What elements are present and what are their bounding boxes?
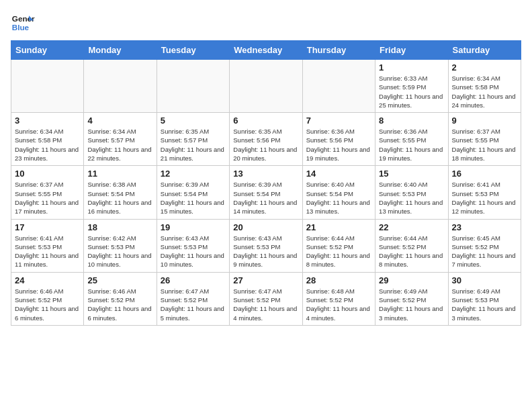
day-number: 23 [452,222,517,232]
day-info: Sunrise: 6:38 AM Sunset: 5:54 PM Dayligh… [87,180,152,216]
calendar-header-row: SundayMondayTuesdayWednesdayThursdayFrid… [11,41,521,60]
calendar-cell: 1Sunrise: 6:33 AM Sunset: 5:59 PM Daylig… [375,60,448,113]
calendar-cell: 29Sunrise: 6:49 AM Sunset: 5:52 PM Dayli… [375,272,448,325]
calendar-cell: 27Sunrise: 6:47 AM Sunset: 5:52 PM Dayli… [230,272,302,325]
day-info: Sunrise: 6:45 AM Sunset: 5:52 PM Dayligh… [452,234,517,269]
day-info: Sunrise: 6:44 AM Sunset: 5:52 PM Dayligh… [306,234,371,269]
day-info: Sunrise: 6:43 AM Sunset: 5:53 PM Dayligh… [233,234,298,269]
day-number: 27 [233,275,298,285]
day-info: Sunrise: 6:33 AM Sunset: 5:59 PM Dayligh… [379,74,444,109]
calendar-cell [302,60,375,113]
calendar-cell: 9Sunrise: 6:37 AM Sunset: 5:55 PM Daylig… [448,113,521,166]
day-number: 11 [87,169,152,179]
calendar-week-3: 17Sunrise: 6:41 AM Sunset: 5:53 PM Dayli… [11,219,521,272]
calendar-cell: 25Sunrise: 6:46 AM Sunset: 5:52 PM Dayli… [84,272,157,325]
day-info: Sunrise: 6:40 AM Sunset: 5:54 PM Dayligh… [306,180,371,216]
day-info: Sunrise: 6:47 AM Sunset: 5:52 PM Dayligh… [161,287,226,322]
logo: General Blue [11,11,35,35]
header-saturday: Saturday [448,41,521,60]
day-info: Sunrise: 6:40 AM Sunset: 5:53 PM Dayligh… [379,180,444,216]
day-info: Sunrise: 6:48 AM Sunset: 5:52 PM Dayligh… [306,287,371,322]
calendar-cell: 12Sunrise: 6:39 AM Sunset: 5:54 PM Dayli… [157,166,229,219]
day-number: 13 [233,169,298,179]
calendar-cell [230,60,302,113]
day-number: 1 [379,62,444,73]
day-info: Sunrise: 6:41 AM Sunset: 5:53 PM Dayligh… [15,234,80,269]
day-info: Sunrise: 6:36 AM Sunset: 5:55 PM Dayligh… [379,127,444,163]
day-number: 30 [452,275,517,285]
calendar-week-4: 24Sunrise: 6:46 AM Sunset: 5:52 PM Dayli… [11,272,521,325]
day-info: Sunrise: 6:37 AM Sunset: 5:55 PM Dayligh… [452,127,517,163]
day-info: Sunrise: 6:43 AM Sunset: 5:53 PM Dayligh… [161,234,226,269]
page-header: General Blue [11,11,521,35]
day-number: 28 [306,275,371,285]
header-thursday: Thursday [302,41,375,60]
day-info: Sunrise: 6:46 AM Sunset: 5:52 PM Dayligh… [15,287,80,322]
header-monday: Monday [84,41,157,60]
calendar-cell: 28Sunrise: 6:48 AM Sunset: 5:52 PM Dayli… [302,272,375,325]
day-info: Sunrise: 6:46 AM Sunset: 5:52 PM Dayligh… [87,287,152,322]
day-number: 20 [233,222,298,232]
day-number: 4 [87,116,152,126]
day-info: Sunrise: 6:34 AM Sunset: 5:58 PM Dayligh… [15,127,80,163]
day-number: 7 [306,116,371,126]
calendar-cell: 13Sunrise: 6:39 AM Sunset: 5:54 PM Dayli… [230,166,302,219]
calendar-cell: 21Sunrise: 6:44 AM Sunset: 5:52 PM Dayli… [302,219,375,272]
day-number: 26 [161,275,226,285]
day-number: 16 [452,169,517,179]
header-tuesday: Tuesday [157,41,229,60]
day-info: Sunrise: 6:42 AM Sunset: 5:53 PM Dayligh… [87,234,152,269]
day-info: Sunrise: 6:37 AM Sunset: 5:55 PM Dayligh… [15,180,80,216]
day-number: 18 [87,222,152,232]
calendar-cell: 26Sunrise: 6:47 AM Sunset: 5:52 PM Dayli… [157,272,229,325]
day-info: Sunrise: 6:41 AM Sunset: 5:53 PM Dayligh… [452,180,517,216]
day-number: 3 [15,116,80,126]
header-sunday: Sunday [11,41,84,60]
calendar-cell: 6Sunrise: 6:35 AM Sunset: 5:56 PM Daylig… [230,113,302,166]
day-info: Sunrise: 6:39 AM Sunset: 5:54 PM Dayligh… [161,180,226,216]
day-info: Sunrise: 6:39 AM Sunset: 5:54 PM Dayligh… [233,180,298,216]
logo-icon: General Blue [11,11,35,35]
header-friday: Friday [375,41,448,60]
day-info: Sunrise: 6:35 AM Sunset: 5:56 PM Dayligh… [233,127,298,163]
day-number: 12 [161,169,226,179]
svg-text:Blue: Blue [12,23,30,32]
calendar-cell: 10Sunrise: 6:37 AM Sunset: 5:55 PM Dayli… [11,166,84,219]
day-number: 22 [379,222,444,232]
calendar-week-2: 10Sunrise: 6:37 AM Sunset: 5:55 PM Dayli… [11,166,521,219]
day-number: 25 [87,275,152,285]
calendar-cell: 7Sunrise: 6:36 AM Sunset: 5:56 PM Daylig… [302,113,375,166]
calendar-cell: 2Sunrise: 6:34 AM Sunset: 5:58 PM Daylig… [448,60,521,113]
day-info: Sunrise: 6:34 AM Sunset: 5:57 PM Dayligh… [87,127,152,163]
calendar-cell: 20Sunrise: 6:43 AM Sunset: 5:53 PM Dayli… [230,219,302,272]
day-info: Sunrise: 6:49 AM Sunset: 5:52 PM Dayligh… [379,287,444,322]
calendar-cell: 15Sunrise: 6:40 AM Sunset: 5:53 PM Dayli… [375,166,448,219]
calendar-cell: 14Sunrise: 6:40 AM Sunset: 5:54 PM Dayli… [302,166,375,219]
day-number: 6 [233,116,298,126]
calendar-cell: 3Sunrise: 6:34 AM Sunset: 5:58 PM Daylig… [11,113,84,166]
header-wednesday: Wednesday [230,41,302,60]
day-info: Sunrise: 6:49 AM Sunset: 5:53 PM Dayligh… [452,287,517,322]
calendar-cell [11,60,84,113]
day-number: 19 [161,222,226,232]
day-number: 8 [379,116,444,126]
day-info: Sunrise: 6:47 AM Sunset: 5:52 PM Dayligh… [233,287,298,322]
calendar-cell: 30Sunrise: 6:49 AM Sunset: 5:53 PM Dayli… [448,272,521,325]
calendar-cell: 17Sunrise: 6:41 AM Sunset: 5:53 PM Dayli… [11,219,84,272]
calendar-cell: 11Sunrise: 6:38 AM Sunset: 5:54 PM Dayli… [84,166,157,219]
day-number: 29 [379,275,444,285]
day-info: Sunrise: 6:36 AM Sunset: 5:56 PM Dayligh… [306,127,371,163]
calendar-cell: 22Sunrise: 6:44 AM Sunset: 5:52 PM Dayli… [375,219,448,272]
day-info: Sunrise: 6:34 AM Sunset: 5:58 PM Dayligh… [452,74,517,109]
calendar-cell: 16Sunrise: 6:41 AM Sunset: 5:53 PM Dayli… [448,166,521,219]
day-info: Sunrise: 6:44 AM Sunset: 5:52 PM Dayligh… [379,234,444,269]
calendar-cell: 24Sunrise: 6:46 AM Sunset: 5:52 PM Dayli… [11,272,84,325]
day-number: 24 [15,275,80,285]
calendar-cell: 8Sunrise: 6:36 AM Sunset: 5:55 PM Daylig… [375,113,448,166]
calendar-cell [84,60,157,113]
calendar-cell: 23Sunrise: 6:45 AM Sunset: 5:52 PM Dayli… [448,219,521,272]
calendar-week-0: 1Sunrise: 6:33 AM Sunset: 5:59 PM Daylig… [11,60,521,113]
day-number: 14 [306,169,371,179]
calendar-week-1: 3Sunrise: 6:34 AM Sunset: 5:58 PM Daylig… [11,113,521,166]
calendar-cell [157,60,229,113]
